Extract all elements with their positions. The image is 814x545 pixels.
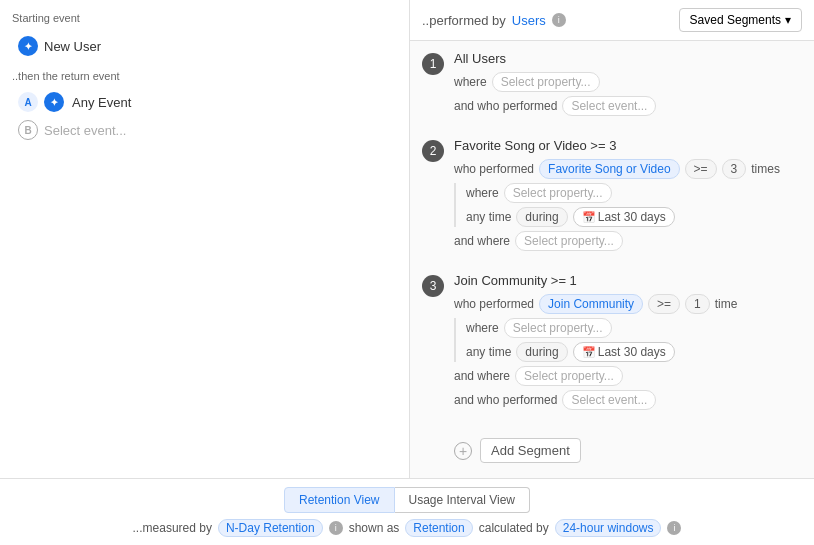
segment-3-count-pill[interactable]: 1 xyxy=(685,294,710,314)
bottom-bar: Retention View Usage Interval View ...me… xyxy=(0,478,814,545)
plus-circle-icon: + xyxy=(454,442,472,460)
users-info-icon[interactable]: i xyxy=(552,13,566,27)
windows-info-icon[interactable]: i xyxy=(667,521,681,535)
segment-1-content: All Users where Select property... and w… xyxy=(454,51,802,120)
segment-3-anytime-row: any time during 📅 Last 30 days xyxy=(466,342,802,362)
measured-by-row: ...measured by N-Day Retention i shown a… xyxy=(16,519,798,537)
segment-3-number: 3 xyxy=(422,275,444,297)
shown-as-label: shown as xyxy=(349,521,400,535)
segment-2-where-label: where xyxy=(466,186,499,200)
any-event-item[interactable]: A ✦ Any Event xyxy=(12,88,397,116)
windows-pill[interactable]: 24-hour windows xyxy=(555,519,662,537)
segment-2-title: Favorite Song or Video >= 3 xyxy=(454,138,802,153)
segment-3-and-who-select[interactable]: Select event... xyxy=(562,390,656,410)
calendar-icon: 📅 xyxy=(582,211,596,224)
segment-3-and-where-row: and where Select property... xyxy=(454,366,802,386)
select-event-placeholder: Select event... xyxy=(44,123,126,138)
segment-3-anytime-label: any time xyxy=(466,345,511,359)
performed-by-label: ..performed by xyxy=(422,13,506,28)
nday-info-icon[interactable]: i xyxy=(329,521,343,535)
segment-3-during-pill[interactable]: during xyxy=(516,342,567,362)
segment-2-anytime-label: any time xyxy=(466,210,511,224)
calculated-by-label: calculated by xyxy=(479,521,549,535)
view-tabs: Retention View Usage Interval View xyxy=(16,487,798,513)
segment-3-operator-pill[interactable]: >= xyxy=(648,294,680,314)
segment-2-nested: where Select property... any time during… xyxy=(454,183,802,227)
segment-3-row: 3 Join Community >= 1 who performed Join… xyxy=(422,273,802,414)
calendar-icon-2: 📅 xyxy=(582,346,596,359)
segment-2-who-performed-row: who performed Favorite Song or Video >= … xyxy=(454,159,802,179)
segment-3-content: Join Community >= 1 who performed Join C… xyxy=(454,273,802,414)
segment-3-who-performed-row: who performed Join Community >= 1 time xyxy=(454,294,802,314)
segment-3-where-select[interactable]: Select property... xyxy=(504,318,612,338)
segment-2-where-row: where Select property... xyxy=(466,183,802,203)
segment-2-date-pill[interactable]: 📅 Last 30 days xyxy=(573,207,675,227)
segment-3-and-where-label: and where xyxy=(454,369,510,383)
left-panel: Starting event ✦ New User ..then the ret… xyxy=(0,0,410,478)
segment-2-and-where-row: and where Select property... xyxy=(454,231,802,251)
segment-3-title: Join Community >= 1 xyxy=(454,273,802,288)
segments-list: 1 All Users where Select property... and… xyxy=(410,41,814,478)
segment-1-where-select[interactable]: Select property... xyxy=(492,72,600,92)
segment-3-event-pill[interactable]: Join Community xyxy=(539,294,643,314)
starting-event-label: Starting event xyxy=(12,12,397,24)
chevron-down-icon: ▾ xyxy=(785,13,791,27)
segment-3-time-label: time xyxy=(715,297,738,311)
right-panel: ..performed by Users i Saved Segments ▾ … xyxy=(410,0,814,478)
segment-1-number: 1 xyxy=(422,53,444,75)
any-event-label: Any Event xyxy=(72,95,131,110)
add-segment-row: + Add Segment xyxy=(422,432,802,469)
node-a-icon: A xyxy=(18,92,38,112)
measured-by-label: ...measured by xyxy=(133,521,212,535)
segment-1-and-who-row: and who performed Select event... xyxy=(454,96,802,116)
any-event-icon: ✦ xyxy=(44,92,64,112)
segment-2-and-where-label: and where xyxy=(454,234,510,248)
segment-2-number: 2 xyxy=(422,140,444,162)
saved-segments-button[interactable]: Saved Segments ▾ xyxy=(679,8,802,32)
retention-view-tab[interactable]: Retention View xyxy=(284,487,395,513)
nday-retention-pill[interactable]: N-Day Retention xyxy=(218,519,323,537)
segment-2-during-pill[interactable]: during xyxy=(516,207,567,227)
segment-2-event-pill[interactable]: Favorite Song or Video xyxy=(539,159,680,179)
retention-pill[interactable]: Retention xyxy=(405,519,472,537)
performed-by-row: ..performed by Users i xyxy=(422,13,566,28)
segment-2-row: 2 Favorite Song or Video >= 3 who perfor… xyxy=(422,138,802,255)
segment-2-times-label: times xyxy=(751,162,780,176)
segment-2-anytime-row: any time during 📅 Last 30 days xyxy=(466,207,802,227)
segment-1-and-who-select[interactable]: Select event... xyxy=(562,96,656,116)
segment-3-date-pill[interactable]: 📅 Last 30 days xyxy=(573,342,675,362)
segment-3-and-where-select[interactable]: Select property... xyxy=(515,366,623,386)
node-b-icon: B xyxy=(18,120,38,140)
new-user-icon: ✦ xyxy=(18,36,38,56)
segment-3-who-label: who performed xyxy=(454,297,534,311)
new-user-label: New User xyxy=(44,39,101,54)
segment-3-nested: where Select property... any time during… xyxy=(454,318,802,362)
segment-1-and-who-label: and who performed xyxy=(454,99,557,113)
segment-2-and-where-select[interactable]: Select property... xyxy=(515,231,623,251)
new-user-item[interactable]: ✦ New User xyxy=(12,32,397,60)
segment-3-where-label: where xyxy=(466,321,499,335)
segment-1-where-label: where xyxy=(454,75,487,89)
segment-3-and-who-row: and who performed Select event... xyxy=(454,390,802,410)
segment-3-and-who-label: and who performed xyxy=(454,393,557,407)
segment-2-who-label: who performed xyxy=(454,162,534,176)
return-event-label: ..then the return event xyxy=(12,70,397,82)
select-event-item[interactable]: B Select event... xyxy=(12,116,397,144)
segment-1-title: All Users xyxy=(454,51,802,66)
add-segment-button[interactable]: Add Segment xyxy=(480,438,581,463)
right-header: ..performed by Users i Saved Segments ▾ xyxy=(410,0,814,41)
usage-interval-view-tab[interactable]: Usage Interval View xyxy=(395,487,531,513)
segment-2-count-pill[interactable]: 3 xyxy=(722,159,747,179)
users-link[interactable]: Users xyxy=(512,13,546,28)
segment-row: 1 All Users where Select property... and… xyxy=(422,51,802,120)
segment-1-where-row: where Select property... xyxy=(454,72,802,92)
segment-3-where-row: where Select property... xyxy=(466,318,802,338)
segment-2-where-select[interactable]: Select property... xyxy=(504,183,612,203)
segment-2-content: Favorite Song or Video >= 3 who performe… xyxy=(454,138,802,255)
segment-2-operator-pill[interactable]: >= xyxy=(685,159,717,179)
